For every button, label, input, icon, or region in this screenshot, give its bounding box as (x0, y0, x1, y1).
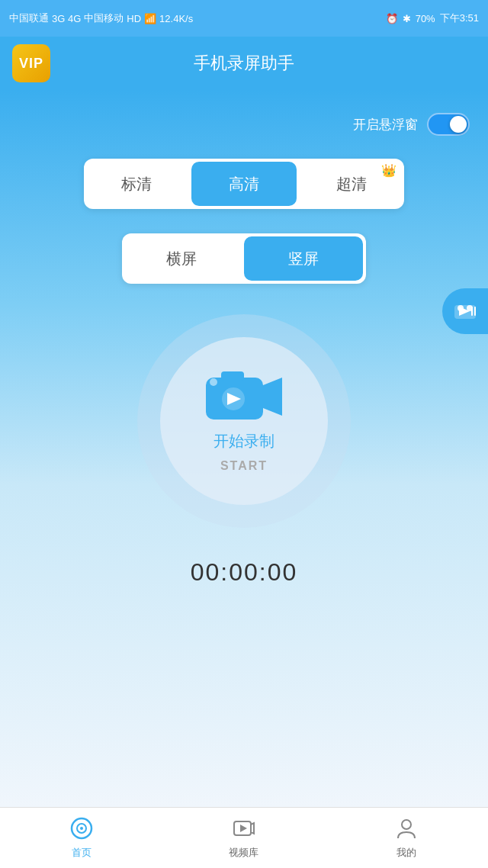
signal-icon: 📶 (144, 13, 156, 24)
crown-icon: 👑 (381, 163, 396, 178)
record-button[interactable]: 开始录制 START (160, 337, 328, 505)
carrier2-hd: HD (127, 13, 141, 24)
svg-rect-12 (474, 307, 476, 316)
time-label: 下午3:51 (440, 11, 479, 25)
profile-label: 我的 (396, 846, 416, 860)
bottom-nav: 首页 视频库 我的 (0, 807, 488, 868)
vip-badge[interactable]: VIP (12, 44, 50, 82)
svg-rect-11 (471, 307, 473, 316)
svg-point-15 (80, 827, 83, 830)
alarm-icon: ⏰ (386, 13, 398, 24)
portrait-label: 竖屏 (288, 249, 319, 269)
main-area: 开启悬浮窗 标清 高清 超清 👑 横屏 竖屏 (0, 90, 488, 807)
camera-icon (206, 370, 282, 423)
svg-point-2 (210, 378, 217, 386)
speed-label: 12.4K/s (159, 13, 193, 24)
carrier2-label: 中国移动 (84, 11, 124, 25)
quality-sd-label: 标清 (121, 174, 152, 194)
app-title: 手机录屏助手 (194, 52, 294, 75)
profile-icon (395, 817, 418, 843)
svg-marker-6 (263, 378, 282, 416)
toggle-knob (450, 116, 467, 133)
quality-option-uhd[interactable]: 超清 👑 (300, 159, 404, 209)
quality-option-sd[interactable]: 标清 (84, 159, 188, 209)
float-window-label: 开启悬浮窗 (353, 116, 418, 133)
svg-marker-17 (251, 823, 254, 834)
float-window-toggle[interactable] (427, 113, 470, 136)
network-label: 3G 4G (52, 13, 81, 24)
status-left: 中国联通 3G 4G 中国移动 HD 📶 12.4K/s (9, 11, 193, 25)
quality-hd-label: 高清 (229, 174, 259, 194)
float-window-row: 开启悬浮窗 (0, 113, 488, 136)
nav-item-video-library[interactable]: 视频库 (162, 808, 325, 868)
svg-point-19 (402, 820, 411, 829)
quality-option-hd[interactable]: 高清 (191, 162, 296, 206)
svg-rect-3 (221, 371, 244, 381)
home-icon (70, 817, 93, 843)
record-circle-outer: 开始录制 START (137, 314, 351, 528)
quality-uhd-label: 超清 (336, 174, 367, 194)
landscape-label: 横屏 (166, 249, 197, 269)
start-label-zh: 开始录制 (214, 431, 274, 452)
nav-item-home[interactable]: 首页 (0, 808, 162, 868)
video-library-label: 视频库 (229, 846, 258, 860)
home-label: 首页 (72, 846, 92, 860)
nav-item-profile[interactable]: 我的 (326, 808, 488, 868)
orientation-selector: 横屏 竖屏 (122, 233, 366, 284)
vip-label: VIP (19, 56, 43, 72)
video-library-icon (233, 817, 255, 843)
bluetooth-icon: ✱ (403, 13, 411, 24)
carrier1-label: 中国联通 (9, 11, 49, 25)
timer-display: 00:00:00 (191, 558, 298, 587)
header: VIP 手机录屏助手 (0, 37, 488, 90)
quality-selector: 标清 高清 超清 👑 (84, 159, 404, 209)
floating-video-icon (451, 301, 479, 322)
orientation-landscape[interactable]: 横屏 (122, 233, 241, 284)
svg-marker-18 (240, 825, 247, 832)
start-label-en: START (220, 459, 268, 473)
orientation-portrait[interactable]: 竖屏 (244, 236, 363, 281)
battery-label: 70% (416, 13, 435, 24)
status-right: ⏰ ✱ 70% 下午3:51 (386, 11, 479, 25)
floating-video-button[interactable] (442, 288, 488, 334)
status-bar: 中国联通 3G 4G 中国移动 HD 📶 12.4K/s ⏰ ✱ 70% 下午3… (0, 0, 488, 37)
